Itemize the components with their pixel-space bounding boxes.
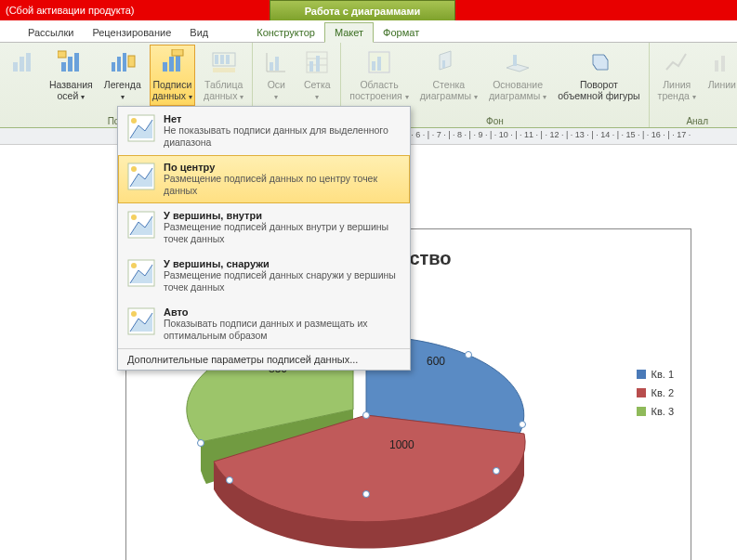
legend-item[interactable]: Кв. 3 [637,406,674,417]
tab-view[interactable]: Вид [180,23,217,42]
axis-titles-button[interactable]: Названия осей ▾ [46,45,96,106]
axes-icon [261,47,291,77]
ribbon-group-analysis-name: Анал [650,116,737,126]
tab-layout[interactable]: Макет [324,22,374,43]
legend-swatch [637,370,646,379]
data-table-label: Таблица данных ▾ [204,79,243,103]
svg-rect-16 [215,55,218,64]
plot-area-icon [364,47,394,77]
svg-rect-4 [68,57,72,72]
svg-point-44 [227,477,233,484]
svg-point-46 [494,468,500,475]
svg-rect-1 [20,57,24,72]
svg-rect-23 [275,57,279,71]
chart-legend[interactable]: Кв. 1 Кв. 2 Кв. 3 [637,369,674,424]
tab-design[interactable]: Конструктор [247,23,324,42]
bar-chart-icon [8,47,38,77]
svg-point-45 [363,491,370,498]
data-labels-button[interactable]: Подписи данных ▾ [150,45,195,106]
dropdown-more-options[interactable]: Дополнительные параметры подписей данных… [118,348,410,370]
chart-option-icon [126,306,156,336]
svg-point-55 [131,215,137,220]
svg-point-49 [131,118,137,124]
axis-titles-label: Названия осей ▾ [49,79,93,103]
tab-format[interactable]: Формат [374,23,428,42]
gridlines-button[interactable]: Сетка▾ [299,45,335,106]
legend-item[interactable]: Кв. 1 [637,369,674,380]
trendline-button[interactable]: Линия тренда ▾ [655,45,699,106]
plot-area-button[interactable]: Область построения ▾ [347,45,411,106]
svg-rect-31 [377,57,381,71]
svg-point-58 [131,263,137,268]
svg-rect-17 [220,55,224,64]
ribbon-group-analysis: Линия тренда ▾ Линии Анал [650,43,737,127]
data-table-icon [209,47,239,77]
svg-rect-2 [26,53,31,72]
dropdown-item-outside-end[interactable]: У вершины, снаружиРазмещение подписей да… [118,252,410,300]
data-labels-dropdown: НетНе показывать подписи данных для выде… [117,106,411,371]
axis-titles-icon [56,47,86,77]
lines-label: Линии [708,79,736,90]
svg-rect-33 [513,55,517,66]
chart-tools-header: Работа с диаграммами [270,0,455,20]
data-labels-icon [157,47,187,77]
svg-rect-3 [61,62,66,72]
svg-rect-14 [172,49,183,56]
lines-button[interactable]: Линии [704,45,737,106]
dropdown-item-none[interactable]: НетНе показывать подписи данных для выде… [118,107,410,155]
chart-floor-label: Основание диаграммы ▾ [489,79,546,103]
svg-rect-12 [169,57,174,72]
legend-icon [108,47,138,77]
trendline-label: Линия тренда ▾ [658,79,696,103]
trendline-icon [662,47,691,77]
chart-floor-button[interactable]: Основание диаграммы ▾ [486,45,549,106]
axes-label: Оси▾ [268,79,285,103]
chart-wall-button[interactable]: Стенка диаграммы ▾ [417,45,480,106]
axes-button[interactable]: Оси▾ [258,45,294,106]
rotation-3d-icon [584,47,613,77]
chart-option-icon [126,210,156,240]
tab-mailings[interactable]: Рассылки [19,23,83,42]
svg-rect-8 [117,57,121,72]
svg-rect-30 [372,61,375,71]
tabs-row: Рассылки Рецензирование Вид Конструктор … [0,20,737,43]
svg-rect-28 [316,56,320,72]
dropdown-item-center[interactable]: По центруРазмещение подписей данных по ц… [118,155,410,203]
svg-point-52 [131,166,137,172]
svg-point-39 [466,352,472,358]
data-table-button[interactable]: Таблица данных ▾ [201,45,246,106]
svg-rect-7 [112,62,115,72]
chart-option-icon [126,162,156,191]
svg-rect-9 [123,53,126,72]
gridlines-label: Сетка▾ [304,79,331,103]
activation-status: (Сбой активации продукта) [0,5,134,16]
svg-rect-22 [270,62,273,71]
chart-option-icon [126,113,156,143]
svg-rect-32 [442,60,445,68]
svg-rect-10 [128,56,135,67]
svg-rect-18 [226,55,230,64]
gridlines-icon [302,47,332,77]
chart-wall-label: Стенка диаграммы ▾ [420,79,478,103]
data-label-red[interactable]: 1000 [389,438,415,451]
plot-area-label: Область построения ▾ [349,79,408,103]
svg-point-42 [198,440,204,447]
tab-review[interactable]: Рецензирование [83,23,180,42]
svg-point-40 [520,422,526,428]
legend-swatch [637,388,646,397]
svg-rect-11 [163,62,167,72]
svg-rect-37 [721,56,725,72]
legend-label: Легенда▾ [104,79,141,103]
legend-item[interactable]: Кв. 2 [637,387,674,398]
svg-rect-0 [13,62,18,72]
chart-wall-icon [434,47,464,77]
rotation-3d-button[interactable]: Поворот объемной фигуры [555,45,642,106]
chart-floor-icon [503,47,533,77]
dropdown-item-auto[interactable]: АвтоПоказывать подписи данных и размещат… [118,300,410,348]
rotation-3d-label: Поворот объемной фигуры [558,79,639,101]
dropdown-item-inside-end[interactable]: У вершины, внутриРазмещение подписей дан… [118,203,410,252]
svg-point-61 [131,311,137,317]
insert-placeholder-button[interactable] [6,45,41,106]
legend-button[interactable]: Легенда▾ [101,45,144,106]
data-label-blue[interactable]: 600 [427,355,445,368]
